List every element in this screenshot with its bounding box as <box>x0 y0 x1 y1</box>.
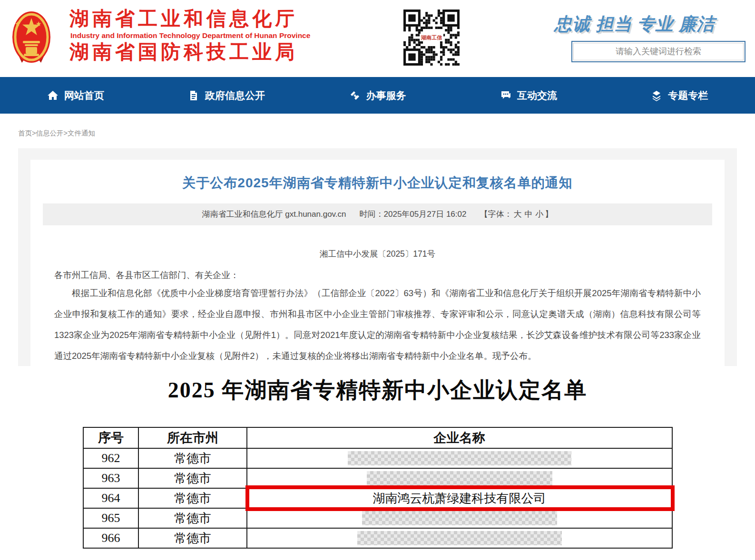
cell-no: 964 <box>83 488 139 508</box>
nav-item-label: 互动交流 <box>517 89 557 102</box>
font-size-label-open: 【字体： <box>480 210 512 219</box>
org-title-cn: 湖南省工业和信息化厅 <box>69 8 310 30</box>
header-no: 序号 <box>83 427 139 448</box>
font-size-button[interactable]: 小 <box>535 210 543 219</box>
cell-company <box>247 528 672 548</box>
chat-icon <box>500 90 511 101</box>
search-input[interactable] <box>573 43 744 60</box>
table-row: 962 常德市 <box>83 448 672 468</box>
layers-icon <box>651 90 662 101</box>
nav-item-网站首页[interactable]: 网站首页 <box>0 77 151 114</box>
redacted-company-name <box>367 471 552 485</box>
nav-item-label: 办事服务 <box>366 89 406 102</box>
org-titles: 湖南省工业和信息化厅 Industry and Information Tech… <box>69 8 310 63</box>
cell-city: 常德市 <box>138 488 246 508</box>
table-row: 965 常德市 <box>83 508 672 528</box>
cell-no: 966 <box>83 528 139 548</box>
salutation: 各市州工信局、各县市区工信部门、有关企业： <box>54 269 701 281</box>
cell-no: 962 <box>83 448 139 468</box>
org-title2-cn: 湖南省国防科技工业局 <box>69 41 310 63</box>
company-name: 湖南鸿云杭萧绿建科技有限公司 <box>373 492 546 505</box>
main-nav: 网站首页 政府信息公开 办事服务 互动交流 专题专栏 <box>0 77 755 114</box>
nav-item-label: 专题专栏 <box>668 89 708 102</box>
handshake-icon <box>349 90 361 101</box>
company-table: 序号 所在市州 企业名称 962 常德市 963 常德市 964 常德市 湖南鸿… <box>83 427 673 549</box>
header-city: 所在市州 <box>138 427 246 448</box>
table-row: 964 常德市 湖南鸿云杭萧绿建科技有限公司 <box>83 488 672 508</box>
article-title: 关于公布2025年湖南省专精特新中小企业认定和复核名单的通知 <box>30 174 725 192</box>
article-meta-bar: 湖南省工业和信息化厅 gxt.hunan.gov.cn时间：2025年05月27… <box>43 203 712 225</box>
table-row: 966 常德市 <box>83 528 672 548</box>
search-box <box>571 41 745 62</box>
cell-company <box>247 448 672 468</box>
cell-city: 常德市 <box>138 448 246 468</box>
font-size-label-close: 】 <box>545 210 553 219</box>
nav-item-办事服务[interactable]: 办事服务 <box>302 77 453 114</box>
document-number: 湘工信中小发展〔2025〕171号 <box>30 248 725 260</box>
org-title-en: Industry and Information Technology Depa… <box>70 31 310 40</box>
font-size-button[interactable]: 中 <box>524 210 532 219</box>
cell-city: 常德市 <box>138 468 246 488</box>
article-time: 2025年05月27日 16:02 <box>384 210 467 219</box>
qr-center-label: 湖南工信 <box>420 34 443 41</box>
nav-item-专题专栏[interactable]: 专题专栏 <box>604 77 755 114</box>
nav-item-label: 政府信息公开 <box>205 89 265 102</box>
nav-item-政府信息公开[interactable]: 政府信息公开 <box>151 77 302 114</box>
redacted-company-name <box>357 531 562 545</box>
nav-item-互动交流[interactable]: 互动交流 <box>453 77 604 114</box>
national-emblem-logo <box>11 10 51 65</box>
article-frame: 关于公布2025年湖南省专精特新中小企业认定和复核名单的通知 湖南省工业和信息化… <box>18 148 737 366</box>
cell-city: 常德市 <box>138 508 246 528</box>
article-time-label: 时间： <box>360 210 384 219</box>
cell-company <box>247 508 672 528</box>
table-row: 963 常德市 <box>83 468 672 488</box>
header-company: 企业名称 <box>247 427 672 448</box>
table-header-row: 序号 所在市州 企业名称 <box>83 427 672 448</box>
document-icon <box>188 90 199 101</box>
article-content: 关于公布2025年湖南省专精特新中小企业认定和复核名单的通知 湖南省工业和信息化… <box>30 160 725 366</box>
cell-city: 常德市 <box>138 528 246 548</box>
article-source: 湖南省工业和信息化厅 gxt.hunan.gov.cn <box>202 210 346 219</box>
redacted-company-name <box>362 511 557 525</box>
attachment-scan: 2025 年湖南省专精特新中小企业认定名单 序号 所在市州 企业名称 962 常… <box>0 376 755 549</box>
cell-company <box>247 468 672 488</box>
home-icon <box>47 90 59 101</box>
font-size-controls: 大中小 <box>512 210 545 219</box>
cell-no: 965 <box>83 508 139 528</box>
nav-item-label: 网站首页 <box>64 89 104 102</box>
slogan-banner: 忠诚 担当 专业 廉洁 <box>554 12 735 36</box>
font-size-button[interactable]: 大 <box>513 210 521 219</box>
cell-no: 963 <box>83 468 139 488</box>
cell-company: 湖南鸿云杭萧绿建科技有限公司 <box>247 488 672 508</box>
site-header: 湖南省工业和信息化厅 Industry and Information Tech… <box>0 0 755 77</box>
list-title: 2025 年湖南省专精特新中小企业认定名单 <box>0 376 755 405</box>
qr-code: 湖南工信 <box>403 10 460 66</box>
article-paragraph: 根据工业和信息化部《优质中小企业梯度培育管理暂行办法》（工信部企业〔2022〕6… <box>54 283 701 366</box>
breadcrumb[interactable]: 首页>信息公开>文件通知 <box>18 129 755 138</box>
redacted-company-name <box>348 451 571 465</box>
